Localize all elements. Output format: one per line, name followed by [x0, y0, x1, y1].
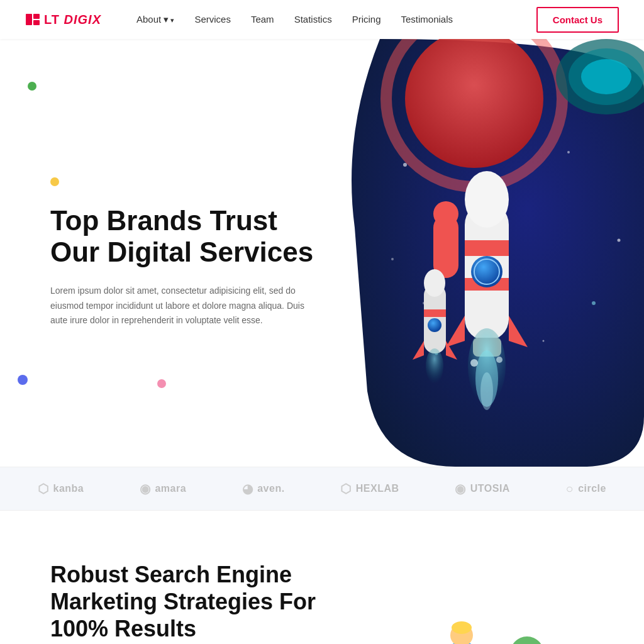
svg-point-7: [581, 59, 631, 94]
svg-point-31: [496, 357, 502, 363]
svg-point-9: [465, 171, 509, 228]
hero-yellow-dot: [50, 177, 59, 186]
logo-lt-text: LT: [44, 13, 60, 27]
brand-hexlab: ⬡ HEXLAB: [340, 481, 399, 496]
nav-item-about[interactable]: About ▾: [126, 0, 184, 40]
section2: Robust Search Engine Marketing Strategie…: [0, 511, 644, 644]
brand-circle: ○ circle: [566, 482, 606, 496]
brand-utosia-label: UTOSIA: [470, 483, 510, 494]
svg-rect-0: [26, 14, 32, 25]
svg-point-26: [543, 340, 545, 342]
brand-circle-icon: ○: [566, 482, 574, 496]
brand-amara: ◉ amara: [140, 481, 186, 496]
svg-rect-10: [465, 240, 509, 256]
brand-amara-icon: ◉: [140, 481, 151, 496]
brand-utosia: ◉ UTOSIA: [455, 481, 510, 496]
hero-title: Top Brands Trust Our Digital Services: [50, 205, 327, 269]
hero-description: Lorem ipsum dolor sit amet, consectetur …: [50, 284, 321, 328]
section2-left: Robust Search Engine Marketing Strategie…: [50, 561, 327, 643]
logo-digix-text: DIGIX: [64, 13, 101, 27]
svg-point-22: [403, 163, 407, 167]
svg-point-27: [391, 258, 394, 260]
nav-item-pricing[interactable]: Pricing: [342, 0, 391, 39]
svg-point-15: [471, 256, 502, 287]
nav-link-pricing[interactable]: Pricing: [342, 0, 391, 39]
nav-links: About ▾ Services Team Statistics Pricing…: [126, 0, 536, 40]
svg-point-35: [428, 318, 441, 332]
dot-green-decoration: [28, 82, 36, 91]
nav-item-testimonials[interactable]: Testimonials: [391, 0, 464, 39]
brand-aven: ◕ aven.: [242, 481, 285, 496]
section2-title: Robust Search Engine Marketing Strategie…: [50, 561, 327, 643]
svg-point-30: [470, 359, 478, 367]
svg-point-42: [452, 621, 472, 634]
brands-bar: ⬡ kanba ◉ amara ◕ aven. ⬡ HEXLAB ◉ UTOSI…: [0, 467, 644, 511]
nav-link-statistics[interactable]: Statistics: [284, 0, 342, 39]
svg-point-21: [480, 372, 493, 410]
nav-link-team[interactable]: Team: [241, 0, 284, 39]
nav-item-services[interactable]: Services: [184, 0, 241, 39]
nav-link-testimonials[interactable]: Testimonials: [391, 0, 464, 39]
section2-right: [365, 561, 594, 644]
svg-point-23: [567, 151, 570, 153]
svg-rect-1: [33, 14, 40, 19]
brand-hexlab-icon: ⬡: [340, 481, 352, 496]
brand-aven-icon: ◕: [242, 481, 253, 496]
brand-circle-label: circle: [578, 483, 606, 494]
svg-rect-34: [424, 309, 446, 317]
nav-link-about[interactable]: About ▾: [126, 0, 184, 40]
logo-icon: [25, 13, 40, 26]
nav-item-team[interactable]: Team: [241, 0, 284, 39]
brand-hexlab-label: HEXLAB: [356, 483, 399, 494]
section2-illustration: [372, 561, 586, 644]
brand-aven-label: aven.: [257, 483, 284, 494]
brand-kanba: ⬡ kanba: [38, 481, 84, 496]
logo[interactable]: LT DIGIX: [25, 13, 101, 27]
brand-kanba-label: kanba: [53, 483, 84, 494]
nav-item-statistics[interactable]: Statistics: [284, 0, 342, 39]
brand-amara-label: amara: [155, 483, 186, 494]
brand-kanba-icon: ⬡: [38, 481, 49, 496]
svg-point-28: [592, 301, 596, 305]
hero-content: Top Brands Trust Our Digital Services Lo…: [0, 127, 327, 379]
svg-point-38: [426, 348, 443, 384]
navbar: LT DIGIX About ▾ Services Team Statistic…: [0, 0, 644, 39]
svg-point-51: [509, 636, 545, 644]
hero-illustration: [330, 39, 644, 467]
nav-link-services[interactable]: Services: [184, 0, 241, 39]
dot-pink-decoration: [157, 379, 166, 388]
svg-rect-2: [33, 20, 40, 25]
svg-point-24: [618, 239, 621, 242]
contact-us-button[interactable]: Contact Us: [536, 7, 619, 33]
svg-point-18: [433, 201, 458, 226]
brand-utosia-icon: ◉: [455, 481, 466, 496]
svg-point-33: [424, 269, 445, 297]
hero-section: Top Brands Trust Our Digital Services Lo…: [0, 39, 644, 467]
